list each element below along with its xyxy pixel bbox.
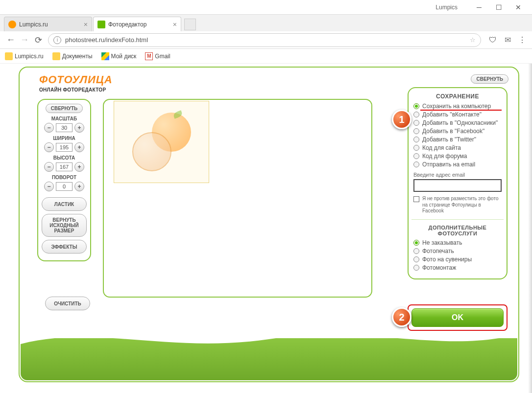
window-close-button[interactable]: ✕ xyxy=(508,0,528,14)
tab-lumpics[interactable]: Lumpics.ru × xyxy=(4,17,92,31)
annotation-marker-1: 1 xyxy=(392,110,411,129)
radio-icon xyxy=(413,248,419,254)
nav-reload-button[interactable]: ⟳ xyxy=(31,33,45,47)
image-selection[interactable] xyxy=(114,101,209,183)
page-content: ФОТОУЛИЦА ОНЛАЙН ФОТОРЕДАКТОР СВЕРНУТЬ С… xyxy=(0,64,532,393)
email-input[interactable] xyxy=(413,179,502,192)
radio-label: Фото на сувениры xyxy=(422,256,472,263)
app-frame: ФОТОУЛИЦА ОНЛАЙН ФОТОРЕДАКТОР СВЕРНУТЬ С… xyxy=(19,67,519,382)
bookmark-lumpics[interactable]: Lumpics.ru xyxy=(5,52,44,60)
radio-icon xyxy=(413,112,419,117)
shield-icon[interactable]: 🛡 xyxy=(487,34,499,46)
logo-text: ФОТОУЛИЦА xyxy=(39,73,113,86)
collapse-left-button[interactable]: СВЕРНУТЬ xyxy=(46,104,83,113)
footer-decoration xyxy=(21,338,517,380)
scale-value[interactable]: 30 xyxy=(56,123,73,132)
scale-plus-button[interactable]: + xyxy=(74,123,84,133)
bookmark-docs[interactable]: Документы xyxy=(52,52,93,60)
save-panel: СОХРАНЕНИЕ Сохранить на компьютер Добави… xyxy=(408,87,508,279)
radio-icon xyxy=(413,153,419,159)
save-option-ok[interactable]: Добавить в "Однокласники" xyxy=(413,119,502,126)
bookmark-drive[interactable]: Мой диск xyxy=(101,52,137,60)
ok-button[interactable]: OK xyxy=(411,308,504,327)
radio-icon xyxy=(413,137,419,142)
window-maximize-button[interactable]: ☐ xyxy=(489,0,508,14)
width-minus-button[interactable]: − xyxy=(44,142,54,152)
folder-icon xyxy=(5,52,13,60)
radio-icon xyxy=(413,128,419,134)
rotate-label: ПОВОРОТ xyxy=(41,175,87,180)
folder-icon xyxy=(52,52,60,60)
tab-title: Lumpics.ru xyxy=(19,21,48,28)
tab-favicon-orange-icon xyxy=(8,21,16,28)
site-info-icon[interactable]: i xyxy=(53,36,61,44)
nav-forward-button[interactable]: → xyxy=(18,33,31,47)
services-section-title: ДОПОЛНИТЕЛЬНЫЕ ФОТОУСЛУГИ xyxy=(413,225,502,236)
radio-icon xyxy=(413,145,419,151)
tab-close-icon[interactable]: × xyxy=(173,21,177,28)
radio-label: Фотопечать xyxy=(422,248,454,254)
logo-subtext: ОНЛАЙН ФОТОРЕДАКТОР xyxy=(39,87,113,92)
clear-button[interactable]: ОЧИСТИТЬ xyxy=(45,297,90,310)
radio-label: Добавить в "Однокласники" xyxy=(422,119,498,126)
height-label: ВЫСОТА xyxy=(41,155,87,161)
radio-icon xyxy=(413,162,419,167)
window-app-name: Lumpics xyxy=(435,4,458,11)
service-option-none[interactable]: Не заказывать xyxy=(413,239,502,246)
width-plus-button[interactable]: + xyxy=(74,142,84,152)
height-plus-button[interactable]: + xyxy=(74,162,84,172)
save-section-title: СОХРАНЕНИЕ xyxy=(413,93,502,100)
window-titlebar: Lumpics ─ ☐ ✕ xyxy=(0,0,532,15)
rotate-minus-button[interactable]: − xyxy=(44,182,54,191)
save-option-forumcode[interactable]: Код для форума xyxy=(413,153,502,160)
nav-back-button[interactable]: ← xyxy=(4,33,18,47)
save-option-email[interactable]: Отправить на email xyxy=(413,161,502,168)
height-control: ВЫСОТА − 167 + xyxy=(41,155,87,172)
annotation-underline xyxy=(420,110,502,111)
collapse-right-button[interactable]: СВЕРНУТЬ xyxy=(471,74,508,84)
page-shadow xyxy=(528,64,532,393)
reset-size-button[interactable]: ВЕРНУТЬ ИСХОДНЫЙ РАЗМЕР xyxy=(42,214,87,237)
save-option-twitter[interactable]: Добавить в "Twitter" xyxy=(413,136,502,143)
browser-menu-icon[interactable]: ⋮ xyxy=(516,34,528,46)
service-option-souvenir[interactable]: Фото на сувениры xyxy=(413,256,502,263)
save-option-facebook[interactable]: Добавить в "Facebook" xyxy=(413,128,502,135)
save-option-computer[interactable]: Сохранить на компьютер xyxy=(413,103,502,110)
new-tab-button[interactable] xyxy=(184,19,196,30)
tab-photoeditor[interactable]: Фоторедактор × xyxy=(93,17,181,31)
width-value[interactable]: 195 xyxy=(56,143,73,152)
url-text: photostreet.ru/indexFoto.html xyxy=(65,36,148,44)
rotate-value[interactable]: 0 xyxy=(56,182,73,191)
scale-minus-button[interactable]: − xyxy=(44,123,54,133)
radio-label: Фотомонтаж xyxy=(422,264,456,271)
radio-icon xyxy=(413,240,419,246)
save-option-vk[interactable]: Добавить "вКонтакте" xyxy=(413,111,502,118)
effects-button[interactable]: ЭФФЕКТЫ xyxy=(42,240,87,254)
eraser-button[interactable]: ЛАСТИК xyxy=(42,197,87,211)
height-minus-button[interactable]: − xyxy=(44,162,54,172)
checkbox-icon[interactable] xyxy=(413,196,419,202)
mail-icon[interactable]: ✉ xyxy=(502,34,513,46)
tab-close-icon[interactable]: × xyxy=(84,21,88,28)
editor-canvas[interactable] xyxy=(103,99,372,298)
radio-icon xyxy=(413,256,419,262)
ok-highlight-frame: OK xyxy=(408,304,508,331)
bookmark-star-icon[interactable]: ☆ xyxy=(470,36,476,44)
radio-label: Код для сайта xyxy=(422,144,461,151)
scale-control: МАСШТАБ − 30 + xyxy=(41,116,87,133)
radio-label: Добавить в "Facebook" xyxy=(422,128,484,135)
browser-tab-strip: Lumpics.ru × Фоторедактор × xyxy=(0,15,532,31)
service-option-montage[interactable]: Фотомонтаж xyxy=(413,264,502,271)
service-option-print[interactable]: Фотопечать xyxy=(413,248,502,254)
publish-checkbox-row[interactable]: Я не против разместить это фото на стран… xyxy=(413,196,502,214)
radio-label: Сохранить на компьютер xyxy=(422,103,491,110)
radio-icon xyxy=(413,265,419,271)
window-minimize-button[interactable]: ─ xyxy=(469,0,489,14)
address-bar[interactable]: i photostreet.ru/indexFoto.html ☆ xyxy=(48,33,481,47)
rotate-plus-button[interactable]: + xyxy=(74,182,84,191)
bookmark-gmail[interactable]: MGmail xyxy=(145,52,170,60)
radio-label: Добавить "вКонтакте" xyxy=(422,111,482,118)
height-value[interactable]: 167 xyxy=(56,162,73,171)
save-option-sitecode[interactable]: Код для сайта xyxy=(413,144,502,151)
orange-image-icon xyxy=(132,113,191,171)
